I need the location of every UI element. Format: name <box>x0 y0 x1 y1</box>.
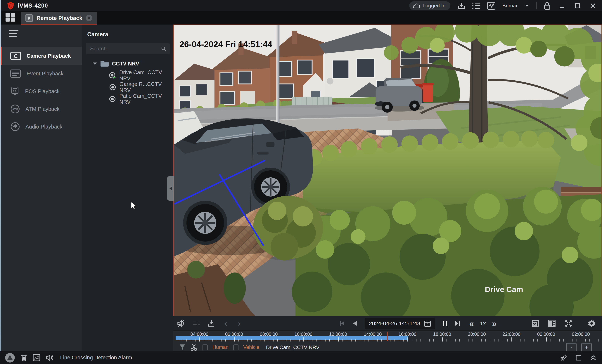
cloud-icon <box>413 3 420 9</box>
collapse-arrow-icon <box>169 186 172 191</box>
download-clip-button[interactable] <box>206 318 216 329</box>
playback-region: 26-04-2024 Fri 14:51:44 Drive Cam ‹ › <box>173 24 602 351</box>
sidebar-item-label: POS Playback <box>25 88 60 94</box>
sliders-icon <box>192 319 200 328</box>
next-file-button[interactable]: › <box>234 318 245 329</box>
timeline-zoom-out-button[interactable]: - <box>566 343 577 352</box>
pin-icon[interactable] <box>560 354 567 361</box>
timeline-playhead[interactable] <box>387 332 388 341</box>
chevron-right-icon: › <box>238 319 241 328</box>
calendar-icon[interactable] <box>424 320 431 327</box>
sidebar-item-camera-playback[interactable]: Camera Playback <box>0 47 82 65</box>
timeline-tick <box>572 339 572 342</box>
timeline-tick <box>459 339 460 342</box>
timeline-tick <box>338 337 339 342</box>
tree-camera-row[interactable]: Garage R...CCTV NRV <box>82 81 173 93</box>
timeline-tick <box>186 339 187 342</box>
timeline-tick <box>447 339 447 342</box>
timeline-tick <box>425 339 425 342</box>
close-button[interactable] <box>589 1 597 10</box>
playback-datetime: 2024-04-26 14:51:43 <box>369 320 420 327</box>
timeline-tick <box>563 339 564 342</box>
tree-group-row[interactable]: CCTV NRV <box>82 58 173 70</box>
timeline-tick <box>230 339 230 342</box>
audio-mute-button[interactable] <box>176 318 186 329</box>
speed-down-button[interactable]: « <box>466 318 477 329</box>
alarm-picture-icon[interactable] <box>33 354 40 361</box>
search-input[interactable] <box>86 46 161 52</box>
fullscreen-button[interactable] <box>563 318 574 329</box>
alarm-center-icon[interactable] <box>5 353 15 363</box>
timeline-tick <box>390 339 390 342</box>
timeline-tick <box>217 339 217 342</box>
human-checkbox[interactable] <box>203 344 208 350</box>
chevron-left-icon: ‹ <box>225 319 227 328</box>
timeline-zoom-in-button[interactable]: + <box>581 343 592 352</box>
timeline-tick-label: 22:00:00 <box>502 332 520 337</box>
timeline-tick <box>577 339 577 342</box>
playback-datetime-picker[interactable]: 2024-04-26 14:51:43 <box>365 318 435 329</box>
timeline-tick <box>238 339 239 342</box>
close-all-windows-button[interactable] <box>530 318 540 329</box>
panel-collapse-handle[interactable] <box>167 176 174 201</box>
speed-up-button[interactable]: » <box>489 318 499 329</box>
fullscreen-icon <box>564 319 572 328</box>
minimize-button[interactable] <box>558 1 566 10</box>
video-window[interactable]: 26-04-2024 Fri 14:51:44 Drive Cam <box>173 24 602 316</box>
timeline-tick-label: 10:00:00 <box>294 332 312 337</box>
previous-file-button[interactable]: ‹ <box>221 318 231 329</box>
sidebar-item-pos-playback[interactable]: POS Playback <box>0 82 82 100</box>
playback-speed[interactable]: 1x <box>480 320 486 327</box>
camera-search-box[interactable] <box>86 43 170 54</box>
timeline-tick-label: 18:00:00 <box>433 332 451 337</box>
timeline-tick <box>381 339 382 342</box>
timeline-tick <box>442 337 443 342</box>
sidebar-item-audio-playback[interactable]: Audio Playback <box>0 118 82 136</box>
tree-camera-row[interactable]: Drive Cam_CCTV NRV <box>82 70 173 81</box>
login-status-pill[interactable]: Logged In <box>409 1 450 10</box>
scissors-clip-icon[interactable] <box>190 344 198 351</box>
pause-button[interactable] <box>440 318 450 329</box>
clear-alarm-trash-icon[interactable] <box>21 354 27 362</box>
tab-close-icon[interactable]: ✕ <box>86 15 92 21</box>
timeline-tick <box>334 339 334 342</box>
timeline-tick <box>321 339 321 342</box>
lock-icon[interactable] <box>544 2 551 10</box>
timeline-tick <box>490 339 490 342</box>
step-backward-button[interactable] <box>337 318 347 329</box>
stream-filter-button[interactable] <box>191 318 201 329</box>
sidebar-item-atm-playback[interactable]: ATM ATM Playback <box>0 100 82 118</box>
grid-layout-icon <box>548 319 556 328</box>
timeline-scale[interactable]: 04:00:0006:00:0008:00:0010:00:0012:00:00… <box>173 331 602 343</box>
chevron-expand-icon[interactable] <box>92 62 97 65</box>
controls-divider <box>580 320 580 327</box>
system-monitor-icon[interactable] <box>487 2 495 10</box>
download-manager-icon[interactable] <box>457 2 465 10</box>
background-window-sliver <box>0 0 1 351</box>
timeline-tick <box>199 337 200 342</box>
expand-window-icon[interactable] <box>575 355 582 361</box>
filter-icon[interactable] <box>179 344 185 351</box>
window-layout-button[interactable] <box>547 318 557 329</box>
timeline-tick <box>412 339 412 342</box>
task-list-icon[interactable] <box>472 2 480 9</box>
timeline-tick <box>516 339 516 342</box>
collapse-panel-up-icon[interactable] <box>590 355 596 361</box>
maximize-button[interactable] <box>573 1 582 10</box>
home-grid-icon[interactable] <box>5 12 15 22</box>
timeline-tick-label: 14:00:00 <box>364 332 382 337</box>
tree-camera-row[interactable]: Patio Cam_CCTV NRV <box>82 93 173 105</box>
tab-remote-playback[interactable]: Remote Playback ✕ <box>21 12 97 24</box>
sidebar-item-event-playback[interactable]: Event Playback <box>0 65 82 82</box>
user-menu[interactable]: Brimar <box>502 3 517 9</box>
step-forward-button[interactable] <box>452 318 463 329</box>
timeline-filter-bar: Human Vehicle Drive Cam_CCTV NRV - + <box>173 343 602 352</box>
chevron-down-icon[interactable] <box>525 4 529 7</box>
playback-settings-button[interactable] <box>587 318 597 329</box>
timeline-tick <box>225 339 226 342</box>
timeline-tick <box>299 339 300 342</box>
menu-collapse-icon[interactable] <box>8 30 19 38</box>
vehicle-checkbox[interactable] <box>233 344 238 350</box>
reverse-play-button[interactable] <box>350 318 360 329</box>
alarm-audio-icon[interactable] <box>46 354 54 361</box>
